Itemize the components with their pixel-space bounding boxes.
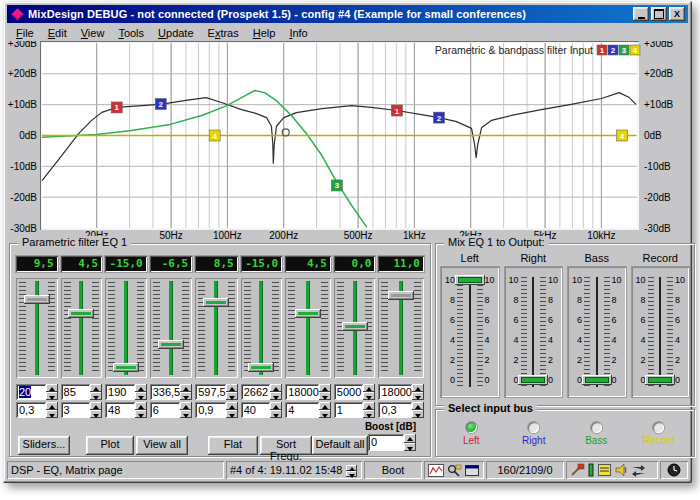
- slider-thumb[interactable]: [158, 340, 184, 349]
- speaker-icon[interactable]: [614, 463, 629, 477]
- spinner-down-icon[interactable]: [226, 392, 238, 400]
- eq-freq-field[interactable]: 18000: [378, 384, 412, 400]
- input-bus-option-record[interactable]: Record: [628, 422, 691, 446]
- spinner-down-icon[interactable]: [363, 392, 375, 400]
- mix-level-slider[interactable]: 10108866442200: [505, 267, 563, 397]
- slider-thumb[interactable]: [24, 295, 50, 304]
- eq-q-spinner[interactable]: [412, 402, 424, 418]
- eq-q-field[interactable]: 4: [285, 402, 319, 418]
- spinner-down-icon[interactable]: [270, 410, 282, 418]
- spinner-up-icon[interactable]: [90, 402, 102, 410]
- eq-q-spinner[interactable]: [226, 402, 238, 418]
- spinner-up-icon[interactable]: [180, 402, 192, 410]
- eq-response-chart[interactable]: 20Hz50Hz100Hz200Hz500Hz1kHz2kHz5kHz10kHz…: [5, 41, 691, 241]
- config-spinner[interactable]: [346, 465, 357, 477]
- eq-freq-field[interactable]: 190: [105, 384, 135, 400]
- eq-freq-field[interactable]: 597,5: [195, 384, 226, 400]
- spinner-down-icon[interactable]: [46, 410, 58, 418]
- spinner-down-icon[interactable]: [46, 392, 58, 400]
- slider-thumb[interactable]: [113, 363, 139, 372]
- eq-q-spinner[interactable]: [180, 402, 192, 418]
- minimize-button[interactable]: [633, 7, 649, 21]
- spinner-down-icon[interactable]: [412, 410, 424, 418]
- eq-q-field[interactable]: 40: [241, 402, 271, 418]
- slider-thumb[interactable]: [388, 291, 414, 300]
- eq-q-field[interactable]: 3: [61, 402, 91, 418]
- slider-thumb[interactable]: [248, 363, 274, 372]
- radio-button[interactable]: [591, 422, 602, 433]
- boost-field[interactable]: 0: [368, 434, 404, 451]
- spinner-down-icon[interactable]: [319, 392, 331, 400]
- eq-gain-slider[interactable]: [150, 278, 193, 378]
- eq-gain-slider[interactable]: [195, 278, 238, 378]
- eq-q-spinner[interactable]: [363, 402, 375, 418]
- slider-thumb[interactable]: [645, 375, 675, 385]
- eq-gain-slider[interactable]: [105, 278, 147, 378]
- spinner-up-icon[interactable]: [46, 402, 58, 410]
- eq-freq-field[interactable]: 85: [61, 384, 91, 400]
- menu-item-help[interactable]: Help: [246, 25, 283, 41]
- menu-item-info[interactable]: Info: [282, 25, 314, 41]
- menu-item-file[interactable]: File: [9, 25, 41, 41]
- eq-freq-field[interactable]: 336,5: [150, 384, 181, 400]
- plot-button[interactable]: Plot: [86, 436, 134, 455]
- eq-freq-spinner[interactable]: [135, 384, 147, 400]
- menu-item-edit[interactable]: Edit: [41, 25, 74, 41]
- mix-level-slider[interactable]: 10108866442200: [632, 267, 690, 397]
- window-icon[interactable]: [464, 464, 480, 477]
- eq-q-spinner[interactable]: [270, 402, 282, 418]
- spinner-up-icon[interactable]: [319, 402, 331, 410]
- radio-button-selected[interactable]: [466, 422, 477, 433]
- eq-q-field[interactable]: 1: [334, 402, 364, 418]
- menu-item-view[interactable]: View: [74, 25, 112, 41]
- spinner-down-icon[interactable]: [412, 392, 424, 400]
- eq-q-spinner[interactable]: [90, 402, 102, 418]
- menu-item-update[interactable]: Update: [151, 25, 200, 41]
- eq-q-spinner[interactable]: [46, 402, 58, 418]
- eq-freq-spinner[interactable]: [46, 384, 58, 400]
- slider-thumb[interactable]: [342, 322, 368, 331]
- radio-button[interactable]: [528, 422, 539, 433]
- spinner-up-icon[interactable]: [180, 384, 192, 392]
- spinner-down-icon[interactable]: [270, 392, 282, 400]
- spinner-up-icon[interactable]: [270, 402, 282, 410]
- spinner-down-icon[interactable]: [90, 392, 102, 400]
- spinner-up-icon[interactable]: [226, 402, 238, 410]
- eq-gain-slider[interactable]: [16, 278, 58, 378]
- input-bus-option-left[interactable]: Left: [440, 422, 503, 446]
- spinner-up-icon[interactable]: [46, 384, 58, 392]
- spinner-down-icon[interactable]: [135, 410, 147, 418]
- eq-q-spinner[interactable]: [135, 402, 147, 418]
- spinner-down-icon[interactable]: [180, 410, 192, 418]
- slider-thumb[interactable]: [582, 375, 612, 385]
- eq-freq-field[interactable]: 2662: [241, 384, 271, 400]
- eq-q-field[interactable]: 6: [150, 402, 181, 418]
- mix-level-slider[interactable]: 10108866442200: [568, 267, 626, 397]
- eq-gain-slider[interactable]: [241, 278, 283, 378]
- boost-down-icon[interactable]: [404, 443, 416, 452]
- menu-item-extras[interactable]: Extras: [201, 25, 246, 41]
- maximize-button[interactable]: [651, 7, 667, 21]
- spinner-up-icon[interactable]: [135, 384, 147, 392]
- spinner-down-icon[interactable]: [226, 410, 238, 418]
- eq-freq-field[interactable]: 20: [16, 384, 46, 400]
- plot-icon[interactable]: [428, 464, 444, 477]
- spinner-down-icon[interactable]: [180, 392, 192, 400]
- spinner-down-icon[interactable]: [363, 410, 375, 418]
- input-bus-option-right[interactable]: Right: [503, 422, 566, 446]
- mix-level-slider[interactable]: 10108866442200: [441, 267, 499, 397]
- tools-icon[interactable]: [570, 463, 585, 477]
- eq-freq-field[interactable]: 18000: [285, 384, 319, 400]
- config-down-icon[interactable]: [346, 471, 357, 477]
- eq-freq-field[interactable]: 5000: [334, 384, 364, 400]
- level-icon[interactable]: [587, 463, 595, 477]
- zoom-icon[interactable]: [446, 464, 462, 477]
- spinner-up-icon[interactable]: [135, 402, 147, 410]
- spinner-up-icon[interactable]: [270, 384, 282, 392]
- eq-gain-slider[interactable]: [61, 278, 103, 378]
- close-button[interactable]: X: [669, 7, 685, 21]
- menu-item-tools[interactable]: Tools: [111, 25, 151, 41]
- notes-icon[interactable]: [597, 463, 612, 477]
- eq-freq-spinner[interactable]: [90, 384, 102, 400]
- sort-frequ-button[interactable]: Sort Frequ.: [260, 436, 312, 455]
